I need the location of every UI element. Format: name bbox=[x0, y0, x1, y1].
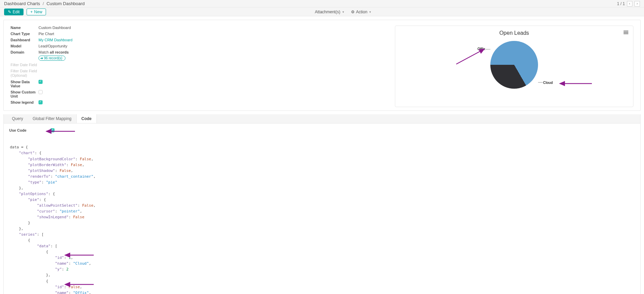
breadcrumb-root[interactable]: Dashboard Charts bbox=[4, 1, 40, 6]
tab-query[interactable]: Query bbox=[7, 114, 28, 123]
label-name: Name bbox=[11, 26, 39, 30]
domain-match-text: Match bbox=[39, 50, 50, 54]
edit-button[interactable]: ✎ Edit bbox=[4, 9, 24, 15]
svg-line-0 bbox=[456, 49, 484, 64]
value-domain: Match all records bbox=[39, 50, 69, 54]
label-model: Model bbox=[11, 44, 39, 48]
gear-icon: ⚙ bbox=[351, 10, 355, 14]
label-filter-date-optional-line2: (Optional) bbox=[11, 73, 27, 77]
records-pill[interactable]: ➜ 96 record(s) bbox=[39, 56, 65, 61]
code-editor[interactable]: data = { "chart": { "plotBackgroundColor… bbox=[6, 138, 638, 294]
breadcrumb-separator: / bbox=[43, 1, 44, 6]
label-filter-date-optional: Filter Date Field (Optional) bbox=[11, 69, 39, 78]
attachments-dropdown[interactable]: Attachment(s) bbox=[315, 10, 344, 14]
arrow-right-icon: ➜ bbox=[40, 56, 43, 60]
chart-preview-panel: Open Leads Offix Cloud bbox=[395, 26, 633, 107]
domain-all-text: all records bbox=[50, 50, 69, 54]
annotation-arrow-3 bbox=[45, 129, 76, 133]
label-use-code: Use Code bbox=[9, 128, 27, 132]
label-show-custom-unit: Show Custom Unit bbox=[11, 90, 39, 98]
pager-next-button[interactable]: › bbox=[634, 1, 640, 6]
annotation-arrow-4 bbox=[64, 253, 94, 257]
label-show-legend: Show legend bbox=[11, 100, 39, 104]
pie-chart bbox=[490, 41, 538, 89]
plus-icon: + bbox=[30, 10, 33, 14]
breadcrumb: Dashboard Charts / Custom Dashboard bbox=[4, 1, 617, 6]
chart-title: Open Leads bbox=[401, 30, 627, 36]
label-filter-date: Filter Date Field bbox=[11, 63, 39, 67]
value-model: Lead/Opportunity bbox=[39, 44, 67, 48]
annotation-arrow-2 bbox=[558, 81, 593, 86]
action-dropdown[interactable]: ⚙ Action bbox=[351, 10, 371, 14]
label-filter-date-optional-line1: Filter Date Field bbox=[11, 69, 37, 73]
annotation-arrow-5 bbox=[64, 282, 94, 286]
label-dashboard: Dashboard bbox=[11, 38, 39, 42]
records-pill-label: 96 record(s) bbox=[44, 56, 62, 60]
tab-code[interactable]: Code bbox=[76, 114, 97, 123]
edit-button-label: Edit bbox=[13, 10, 20, 14]
pie-leader-cloud bbox=[538, 82, 543, 83]
pager: 1 / 1 ‹ › bbox=[617, 1, 640, 6]
chart-menu-button[interactable] bbox=[624, 31, 628, 34]
pencil-icon: ✎ bbox=[8, 10, 11, 14]
pie-label-offix: Offix bbox=[477, 47, 485, 51]
pager-text: 1 / 1 bbox=[617, 1, 625, 6]
value-name: Custom Dashboard bbox=[39, 26, 71, 30]
checkbox-show-custom-unit[interactable] bbox=[39, 90, 43, 94]
label-domain: Domain bbox=[11, 50, 39, 54]
action-dropdown-label: Action bbox=[356, 10, 367, 14]
value-dashboard-link[interactable]: My CRM Dashboard bbox=[39, 38, 73, 42]
pie-leader-offix bbox=[486, 49, 490, 49]
tab-global-filter-mapping[interactable]: Global Filter Mapping bbox=[28, 114, 76, 123]
checkbox-show-legend[interactable] bbox=[39, 100, 43, 104]
breadcrumb-current: Custom Dashboard bbox=[46, 1, 85, 6]
label-show-data-value: Show Data Value bbox=[11, 80, 39, 88]
hamburger-icon bbox=[624, 31, 628, 34]
new-button-label: New bbox=[34, 10, 42, 14]
pie-label-cloud: Cloud bbox=[543, 81, 553, 85]
checkbox-show-data-value[interactable] bbox=[39, 80, 43, 84]
pager-prev-button[interactable]: ‹ bbox=[627, 1, 632, 6]
label-chart-type: Chart Type bbox=[11, 32, 39, 36]
new-button[interactable]: + New bbox=[27, 9, 46, 15]
value-chart-type: Pie Chart bbox=[39, 32, 54, 36]
